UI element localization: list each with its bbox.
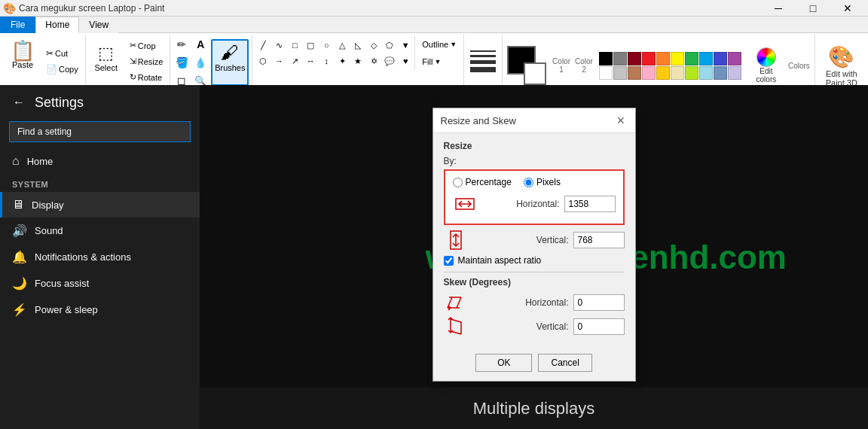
settings-item-display[interactable]: 🖥 Display [0, 192, 200, 218]
maintain-aspect-checkbox[interactable] [444, 256, 454, 266]
minimize-btn[interactable]: ─ [761, 0, 796, 17]
shape-arrow2[interactable]: ↗ [287, 53, 302, 68]
swatch-green[interactable] [685, 52, 698, 65]
brushes-btn[interactable]: 🖌 Brushes [211, 39, 249, 86]
swatch-pink[interactable] [642, 66, 656, 80]
fill-btn[interactable]: 🪣 [173, 54, 190, 71]
title-bar: 🎨 Cara megukur screen Laptop - Paint ─ □… [0, 0, 868, 17]
shape-heart[interactable]: ♥ [398, 53, 413, 68]
tab-view[interactable]: View [79, 17, 118, 33]
text-btn[interactable]: A [192, 36, 209, 53]
maintain-aspect-label[interactable]: Maintain aspect ratio [458, 255, 542, 266]
swatch-orange[interactable] [656, 52, 670, 65]
swatch-darkred[interactable] [628, 52, 641, 65]
close-btn[interactable]: ✕ [830, 0, 865, 17]
vertical-input[interactable] [573, 232, 625, 248]
swatch-silver[interactable] [613, 66, 627, 80]
settings-item-power[interactable]: ⚡ Power & sleep [0, 297, 200, 323]
colors-label: Colors [788, 62, 810, 70]
settings-item-focus[interactable]: 🌙 Focus assist [0, 270, 200, 297]
outline-btn[interactable]: Outline▼ [418, 36, 460, 53]
ribbon-tabs: File Home View [0, 17, 868, 33]
settings-item-sound[interactable]: 🔊 Sound [0, 218, 200, 244]
settings-back-btn[interactable]: ← [9, 93, 29, 112]
maximize-btn[interactable]: □ [796, 0, 830, 17]
shape-roundrect[interactable]: ▢ [303, 38, 318, 53]
settings-panel: ← Settings ⌂ Home System 🖥 Display 🔊 Sou… [0, 85, 200, 429]
pixels-radio-label[interactable]: Pixels [524, 177, 561, 187]
skew-h-input[interactable] [573, 294, 625, 311]
paint-icon: 🎨 [3, 2, 16, 14]
swatch-brown[interactable] [628, 66, 641, 80]
settings-item-notifications[interactable]: 🔔 Notifications & actions [0, 244, 200, 270]
swatch-steelblue[interactable] [714, 66, 727, 80]
crop-btn[interactable]: ✂ Crop [126, 38, 167, 53]
shape-rtriangle[interactable]: ◺ [350, 38, 365, 53]
tab-file[interactable]: File [0, 17, 35, 33]
dialog-overlay: Resize and Skew ✕ Resize By: Percentage [200, 85, 868, 429]
shape-arrow4[interactable]: ↕ [319, 53, 334, 68]
pencil-btn[interactable]: ✏ [173, 36, 190, 53]
shape-line[interactable]: ╱ [255, 38, 270, 53]
shape-star4[interactable]: ✦ [335, 53, 350, 68]
shape-arrow1[interactable]: → [271, 53, 286, 68]
system-section-title: System [0, 174, 200, 192]
swatch-skyblue[interactable] [699, 66, 713, 80]
select-btn[interactable]: ⬚ Select [89, 38, 124, 85]
focus-icon: 🌙 [12, 276, 27, 291]
horizontal-input[interactable] [564, 196, 616, 212]
swatch-cream[interactable] [671, 66, 684, 80]
shape-triangle[interactable]: △ [335, 38, 350, 53]
shape-callout[interactable]: 💬 [382, 53, 397, 68]
paste-btn[interactable]: 📋 Paste [3, 38, 42, 85]
swatch-gold[interactable] [656, 66, 670, 80]
resize-btn[interactable]: ⇲ Resize [126, 54, 167, 69]
settings-search-input[interactable] [9, 121, 191, 142]
tab-home[interactable]: Home [35, 17, 79, 33]
swatch-lavender[interactable] [728, 66, 741, 80]
shape-star5[interactable]: ★ [350, 53, 365, 68]
focus-label: Focus assist [35, 278, 89, 289]
copy-btn[interactable]: 📄 Copy [42, 62, 82, 77]
swatch-lime[interactable] [685, 66, 698, 80]
percentage-radio-label[interactable]: Percentage [453, 177, 512, 187]
swatch-purple[interactable] [728, 52, 741, 65]
shape-diamond[interactable]: ◇ [366, 38, 381, 53]
swatch-navy[interactable] [714, 52, 727, 65]
shape-more[interactable]: ▼ [398, 38, 413, 53]
color2-swatch[interactable] [524, 62, 546, 85]
shape-rect[interactable]: □ [287, 38, 302, 53]
power-icon: ⚡ [12, 303, 27, 317]
edit-with-p3d-label: Edit with Paint 3D [826, 69, 857, 87]
cancel-btn[interactable]: Cancel [538, 354, 591, 372]
swatch-gray[interactable] [613, 52, 627, 65]
rotate-btn[interactable]: ↻ Rotate [126, 70, 167, 85]
dialog-close-btn[interactable]: ✕ [614, 114, 628, 127]
sound-label: Sound [35, 225, 63, 236]
dialog-footer: OK Cancel [433, 351, 635, 381]
svg-line-5 [457, 297, 461, 308]
swatch-yellow[interactable] [671, 52, 684, 65]
sound-icon: 🔊 [12, 224, 27, 238]
cut-btn[interactable]: ✂ Cut [42, 46, 82, 61]
skew-v-input[interactable] [573, 318, 625, 335]
shape-hex[interactable]: ⬡ [255, 53, 270, 68]
shape-ellipse[interactable]: ○ [319, 38, 334, 53]
swatch-white[interactable] [599, 66, 613, 80]
swatch-red[interactable] [642, 52, 656, 65]
settings-search [0, 120, 200, 148]
fill-shape-btn[interactable]: Fill▼ [418, 53, 460, 70]
shape-arrow3[interactable]: ↔ [303, 53, 318, 68]
shape-curve[interactable]: ∿ [271, 38, 286, 53]
swatch-black[interactable] [599, 52, 613, 65]
shape-star6[interactable]: ✡ [366, 53, 381, 68]
ok-btn[interactable]: OK [475, 354, 532, 372]
swatch-blue[interactable] [699, 52, 713, 65]
edit-colors-btn[interactable]: Edit colors [747, 45, 785, 86]
settings-item-home[interactable]: ⌂ Home [0, 148, 200, 174]
pixels-radio[interactable] [524, 178, 533, 187]
shape-pentagon[interactable]: ⬠ [382, 38, 397, 53]
percentage-radio[interactable] [453, 178, 463, 187]
skew-v-icon [444, 316, 468, 337]
eyedropper-btn[interactable]: 💧 [192, 54, 209, 71]
